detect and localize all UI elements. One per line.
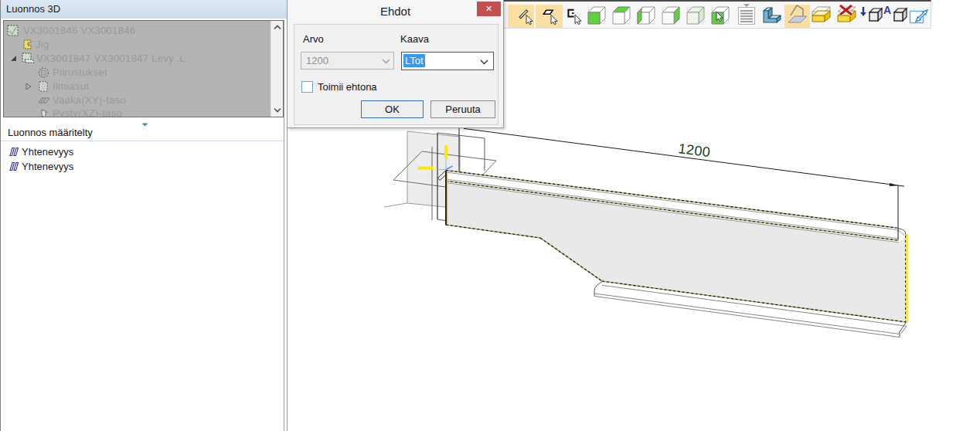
svg-text:A: A [883,4,891,16]
